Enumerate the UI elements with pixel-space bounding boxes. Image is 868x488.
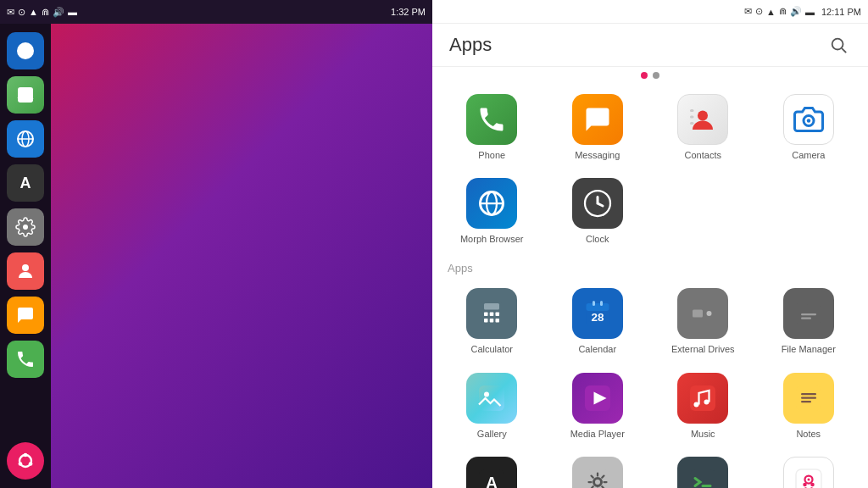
app-ubports[interactable]: UBports — [758, 450, 860, 488]
svg-rect-32 — [496, 319, 500, 323]
ubports-icon — [783, 457, 834, 488]
app-gallery[interactable]: Gallery — [441, 366, 543, 446]
svg-rect-41 — [801, 313, 816, 315]
svg-rect-31 — [490, 319, 494, 323]
svg-point-64 — [810, 483, 815, 487]
svg-point-49 — [704, 399, 709, 404]
page-dots — [432, 67, 868, 84]
music-label: Music — [691, 429, 715, 440]
svg-rect-47 — [690, 385, 715, 411]
app-contacts[interactable]: Contacts — [652, 87, 754, 168]
right-battery-icon: ▬ — [805, 7, 815, 17]
file-manager-label: File Manager — [782, 344, 836, 355]
gallery-label: Gallery — [477, 429, 507, 440]
volume-icon: 🔊 — [53, 7, 64, 18]
svg-point-20 — [807, 119, 811, 123]
app-camera[interactable]: Camera — [758, 87, 860, 168]
svg-rect-53 — [801, 401, 811, 402]
svg-rect-30 — [484, 319, 488, 323]
app-morph-browser[interactable]: Morph Browser — [441, 171, 543, 252]
status-left-icons: ✉ ⊙ ▲ ⋒ 🔊 ▬ — [7, 7, 77, 18]
app-phone[interactable]: Phone — [441, 87, 543, 168]
sidebar-item-messaging[interactable] — [7, 297, 44, 334]
svg-point-13 — [832, 39, 843, 50]
app-file-manager[interactable]: File Manager — [758, 281, 860, 362]
calculator-icon — [466, 288, 517, 339]
svg-text:28: 28 — [591, 311, 604, 324]
sidebar-item-store[interactable]: A — [7, 164, 44, 202]
clock-label: Clock — [586, 234, 609, 245]
camera-label: Camera — [792, 150, 825, 161]
openstore-icon: A — [466, 457, 517, 488]
svg-rect-34 — [586, 303, 609, 311]
sidebar-ubuntu-button[interactable] — [7, 442, 44, 480]
messaging-label: Messaging — [575, 150, 620, 161]
calendar-icon: 28 — [572, 288, 623, 339]
svg-point-10 — [24, 453, 28, 458]
terminal-icon — [677, 457, 728, 488]
app-calculator[interactable]: Calculator — [441, 281, 543, 362]
sidebar-item-contacts[interactable] — [7, 252, 44, 290]
right-time: 12:11 PM — [821, 7, 861, 17]
svg-point-62 — [807, 478, 810, 480]
phone-wallpaper — [51, 24, 432, 488]
sidebar-item-gallery[interactable] — [7, 76, 44, 114]
sidebar-item-browser[interactable] — [7, 120, 44, 158]
svg-rect-27 — [484, 313, 488, 317]
external-drives-icon — [677, 288, 728, 339]
messaging-icon — [572, 94, 623, 145]
svg-rect-29 — [496, 313, 500, 317]
apps-section-label: Apps — [441, 255, 860, 278]
phone-label: Phone — [478, 150, 505, 161]
sidebar-item-media[interactable] — [7, 32, 44, 69]
signal-icon: ▲ — [29, 7, 38, 17]
search-button[interactable] — [826, 32, 851, 58]
page-dot-1[interactable] — [641, 72, 648, 79]
all-apps-grid: Calculator 28 Calendar — [441, 278, 860, 488]
app-calendar[interactable]: 28 Calendar — [547, 281, 649, 362]
right-mail-icon: ✉ — [744, 6, 752, 17]
app-system-settings[interactable]: System Settings — [547, 450, 649, 488]
svg-point-48 — [694, 402, 699, 407]
svg-rect-28 — [490, 313, 494, 317]
sidebar-item-phone[interactable] — [7, 341, 44, 378]
file-manager-icon — [783, 288, 834, 339]
clock-icon — [572, 178, 623, 229]
svg-point-44 — [484, 391, 489, 396]
svg-rect-52 — [801, 396, 816, 398]
app-external-drives[interactable]: External Drives — [652, 281, 754, 362]
left-time: 1:32 PM — [391, 7, 426, 17]
sidebar-item-settings[interactable] — [7, 208, 44, 246]
right-status-bar: ✉ ⊙ ▲ ⋒ 🔊 ▬ 12:11 PM — [432, 0, 868, 24]
contacts-icon — [677, 94, 728, 145]
app-messaging[interactable]: Messaging — [547, 87, 649, 168]
svg-point-7 — [22, 264, 29, 271]
frequent-apps-grid: Phone Messaging — [441, 84, 860, 255]
svg-line-14 — [842, 48, 846, 53]
system-settings-icon — [572, 457, 623, 488]
svg-rect-42 — [801, 318, 811, 319]
battery-icon: ▬ — [68, 7, 77, 17]
app-terminal[interactable]: Terminal — [652, 450, 754, 488]
app-openstore[interactable]: A OpenStore — [441, 450, 543, 488]
left-status-bar: ✉ ⊙ ▲ ⋒ 🔊 ▬ 1:32 PM — [0, 0, 432, 24]
right-wifi-icon: ⋒ — [779, 6, 787, 17]
notes-icon — [783, 373, 834, 424]
apps-scroll-area[interactable]: Phone Messaging — [432, 84, 868, 488]
app-notes[interactable]: Notes — [758, 366, 860, 446]
phone-icon — [466, 94, 517, 145]
right-signal-icon: ▲ — [766, 7, 776, 17]
app-media-player[interactable]: Media Player — [547, 366, 649, 446]
svg-rect-2 — [18, 87, 33, 103]
right-location-icon: ⊙ — [755, 6, 763, 17]
morph-browser-icon — [466, 178, 517, 229]
morph-browser-label: Morph Browser — [460, 234, 524, 245]
svg-point-40 — [707, 311, 712, 316]
page-dot-2[interactable] — [653, 72, 659, 79]
svg-rect-18 — [690, 122, 694, 125]
svg-point-63 — [803, 483, 807, 487]
app-music[interactable]: Music — [652, 366, 754, 446]
app-clock[interactable]: Clock — [547, 171, 649, 252]
gallery-icon — [466, 373, 517, 424]
svg-rect-36 — [600, 301, 603, 306]
